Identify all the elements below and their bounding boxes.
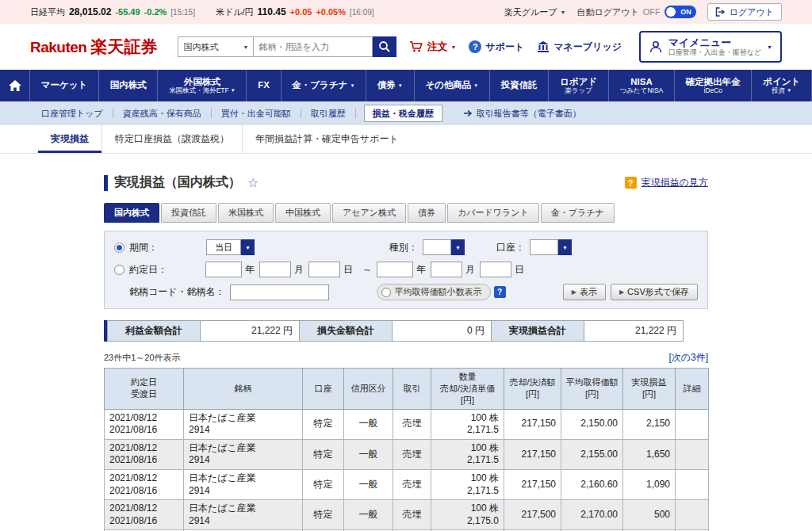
period-value-box[interactable]: 当日 xyxy=(206,239,241,255)
subnav-asset-balance[interactable]: 資産残高・保有商品 xyxy=(113,109,212,118)
ptab-asean-stock[interactable]: アセアン株式 xyxy=(332,203,406,223)
ptab-mutual-funds[interactable]: 投資信託 xyxy=(161,203,216,223)
nav-item-foreign-stock[interactable]: 外国株式 米国株式・海外ETF▼ xyxy=(158,70,247,101)
order-label: 注文 xyxy=(427,40,447,54)
table-header-row: 約定日受渡日 銘柄 口座 信用区分 取引 数量売却/決済単価 [円] 売却/決済… xyxy=(105,369,709,410)
show-button[interactable]: ▶ 表示 xyxy=(563,284,606,300)
logout-label: ログアウト xyxy=(730,6,774,18)
avg-price-toggle-radio-icon xyxy=(381,288,391,297)
nav-item-home[interactable] xyxy=(0,70,30,101)
date-to-year-input[interactable] xyxy=(377,262,413,277)
page-title: 実現損益（国内株式） xyxy=(114,174,241,191)
auto-logout-toggle[interactable]: ON xyxy=(665,6,696,18)
my-menu-button[interactable]: マイメニュー 口座管理・入出金・振替など ▼ xyxy=(639,31,782,63)
toggle-knob-icon xyxy=(666,7,676,17)
rakuten-group-menu[interactable]: 楽天グループ ▼ xyxy=(504,6,566,18)
help-question-icon: ? xyxy=(625,177,637,189)
symbol-input[interactable] xyxy=(230,285,329,300)
ptab-covered-warrant[interactable]: カバードワラント xyxy=(447,203,539,223)
chevron-down-icon: ▼ xyxy=(787,88,791,94)
nav-item-ideco[interactable]: 確定拠出年金 iDeCo xyxy=(675,70,752,101)
logout-button[interactable]: ログアウト xyxy=(707,3,782,21)
nav-item-domestic-stock[interactable]: 国内株式 xyxy=(99,70,158,101)
date-from-month-input[interactable] xyxy=(259,262,291,277)
pl-guide-link[interactable]: 実現損益の見方 xyxy=(642,176,708,189)
tab-annual-pl-tax-support[interactable]: 年間損益計算・確定申告サポート xyxy=(242,125,412,153)
detail-cell xyxy=(676,500,709,530)
subnav-account-top[interactable]: 口座管理トップ xyxy=(32,109,113,118)
col-realized-pl: 実現損益[円] xyxy=(623,369,676,410)
search-input[interactable] xyxy=(254,36,373,57)
arrow-right-icon xyxy=(463,109,473,117)
title-left: 実現損益（国内株式） ☆ xyxy=(104,174,259,191)
pl-summary-bar: 利益金額合計 21,222 円 損失金額合計 0 円 実現損益合計 21,222… xyxy=(104,320,708,342)
date-to-month-input[interactable] xyxy=(431,262,462,277)
period-dropdown-button[interactable]: ▼ xyxy=(241,239,255,255)
rakuten-securities-logo[interactable]: Rakuten 楽天証券 xyxy=(30,36,157,58)
nikkei-value: 28,015.02 xyxy=(69,6,111,17)
nav-item-bonds[interactable]: 債券▼ xyxy=(366,70,414,101)
col-trade: 取引 xyxy=(393,369,431,410)
auto-logout-off-label: OFF xyxy=(643,7,661,17)
search-button[interactable] xyxy=(373,36,396,57)
favorite-star-icon[interactable]: ☆ xyxy=(247,175,259,190)
filter-panel: 期間： 当日 ▼ 種別： ▼ 口座： ▼ 約定日： 年 月 日 ～ 年 月 xyxy=(104,231,708,309)
nav-item-mutual-funds[interactable]: 投資信託 xyxy=(490,70,549,101)
ptab-domestic-stock[interactable]: 国内株式 xyxy=(104,203,159,223)
support-link[interactable]: ? サポート xyxy=(469,40,524,54)
logo-rakuten-text: Rakuten xyxy=(30,39,86,56)
date-to-day-input[interactable] xyxy=(480,262,511,277)
ticker-quotes: 日経平均 28,015.02 -55.49 -0.2% [15:15] 米ドル/… xyxy=(30,6,374,18)
nav-item-market[interactable]: マーケット xyxy=(30,70,99,101)
ptab-china-stock[interactable]: 中国株式 xyxy=(275,203,331,223)
type-value-box[interactable] xyxy=(423,239,451,255)
avg-price-help-icon[interactable]: ? xyxy=(494,286,506,298)
ptab-us-stock[interactable]: 米国株式 xyxy=(218,203,274,223)
title-right: ? 実現損益の見方 xyxy=(625,176,708,189)
account-value-box[interactable] xyxy=(530,239,558,255)
date-from-day-input[interactable] xyxy=(308,262,340,277)
moneybridge-link[interactable]: マネーブリッジ xyxy=(537,40,622,54)
avg-price-decimal-toggle[interactable]: 平均取得価額小数表示 xyxy=(377,284,491,300)
ptab-gold-platinum[interactable]: 金・プラチナ xyxy=(541,203,615,223)
loss-total-value: 0 円 xyxy=(392,320,492,342)
period-radio[interactable] xyxy=(114,243,124,253)
subnav-pl-tax-history[interactable]: 損益・税金履歴 xyxy=(364,105,442,122)
csv-save-button[interactable]: ▶ CSV形式で保存 xyxy=(611,284,698,300)
type-dropdown-button[interactable]: ▼ xyxy=(451,239,465,255)
chevron-down-icon: ▼ xyxy=(767,44,772,50)
filter-row-symbol: 銘柄コード・銘柄名： 平均取得価額小数表示 ? ▶ 表示 ▶ CSV形式で保存 xyxy=(114,284,698,300)
order-menu[interactable]: 注文 ▼ xyxy=(409,40,456,54)
triangle-right-icon: ▶ xyxy=(619,288,624,296)
date-from-year-input[interactable] xyxy=(205,262,242,277)
filter-row-period: 期間： 当日 ▼ 種別： ▼ 口座： ▼ xyxy=(114,239,698,255)
nikkei-quote[interactable]: 日経平均 28,015.02 -55.49 -0.2% [15:15] xyxy=(30,6,195,18)
tab-realized-pl[interactable]: 実現損益 xyxy=(38,125,102,153)
symbol-label: 銘柄コード・銘柄名： xyxy=(129,285,225,299)
search-category-select[interactable]: 国内株式 ▼ xyxy=(178,36,254,57)
nav-item-roboad[interactable]: ロボアド 楽ラップ xyxy=(549,70,609,101)
chevron-down-icon: ▼ xyxy=(243,44,249,50)
col-margin-type: 信用区分 xyxy=(344,369,393,410)
nav-item-other-products[interactable]: その他商品▼ xyxy=(415,70,490,101)
account-dropdown-button[interactable]: ▼ xyxy=(558,239,572,255)
ptab-bonds[interactable]: 債券 xyxy=(408,203,446,223)
period-label: 期間： xyxy=(129,241,158,254)
tab-specific-account-pl[interactable]: 特定口座損益（譲渡益税） xyxy=(102,125,242,153)
subnav-trade-history[interactable]: 取引履歴 xyxy=(301,109,356,118)
nav-item-point-investment[interactable]: ポイント 投資▼ xyxy=(752,70,812,101)
nav-item-fx[interactable]: FX xyxy=(247,70,281,101)
subnav-buy-withdraw[interactable]: 買付・出金可能額 xyxy=(212,109,301,118)
chevron-down-icon: ▼ xyxy=(350,83,354,89)
usdjpy-quote[interactable]: 米ドル/円 110.45 +0.05 +0.05% [16:09] xyxy=(216,6,374,18)
nav-item-gold-platinum[interactable]: 金・プラチナ▼ xyxy=(282,70,366,101)
col-account: 口座 xyxy=(303,369,344,410)
realized-pl-table: 約定日受渡日 銘柄 口座 信用区分 取引 数量売却/決済単価 [円] 売却/決済… xyxy=(104,368,709,531)
usdjpy-value: 110.45 xyxy=(258,6,286,17)
site-search: 国内株式 ▼ xyxy=(178,36,396,57)
trade-date-radio[interactable] xyxy=(114,265,124,275)
loss-total-label: 損失金額合計 xyxy=(299,320,393,342)
nav-item-nisa[interactable]: NISA つみたてNISA xyxy=(609,70,675,101)
next-page-link[interactable]: [次の3件] xyxy=(668,351,708,365)
subnav-report-link[interactable]: 取引報告書等（電子書面） xyxy=(463,108,581,120)
